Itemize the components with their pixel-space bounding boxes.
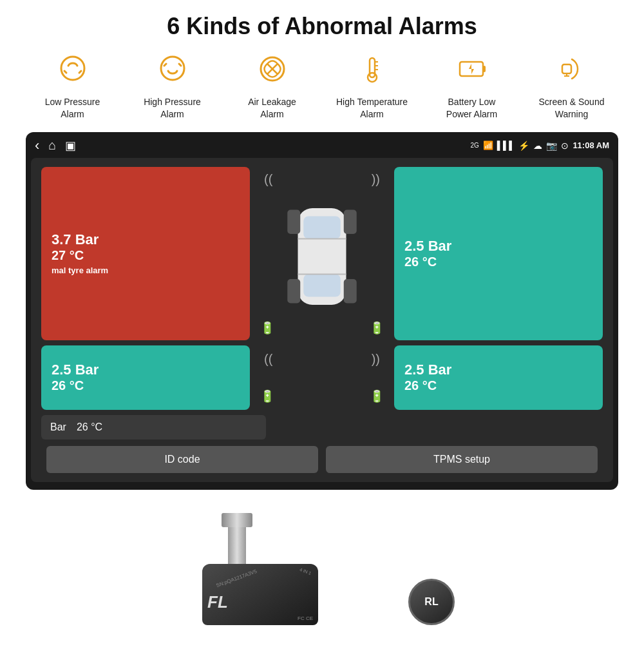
button-row: ID code TPMS setup — [46, 446, 598, 473]
device-screen: ‹ ⌂ ▣ 2G 📶 ▌▌▌ ⚡ ☁ 📷 ⊙ 11:08 AM 3.7 — [26, 132, 618, 490]
sensor-logos: FC CE — [298, 615, 313, 621]
alarm-item-high-pressure: High PressureAlarm — [122, 52, 222, 121]
low-pressure-label: Low PressureAlarm — [45, 96, 100, 121]
battery-fr-icon: 🔋 — [370, 321, 384, 335]
cloud-icon: ☁ — [533, 140, 542, 151]
svg-rect-12 — [303, 216, 341, 238]
cap-sensor: RL — [408, 579, 455, 625]
signal-rl-icon: (( — [264, 352, 272, 367]
fr-temp: 26 °C — [404, 255, 592, 269]
car-top-view — [277, 192, 367, 321]
alarm-item-battery-low: Battery LowPower Alarm — [422, 52, 522, 121]
svg-rect-1 — [370, 58, 375, 77]
battery-rr-icon: 🔋 — [370, 389, 384, 403]
svg-rect-7 — [483, 66, 486, 72]
fr-pressure: 2.5 Bar — [404, 238, 592, 255]
camera-icon: 📷 — [546, 140, 557, 151]
main-sensor: FL SN:pQA1217A3V5 4 IN 1 FC CE — [189, 509, 370, 625]
high-pressure-label: High PressureAlarm — [144, 96, 201, 121]
spare-temp: 26 °C — [77, 421, 102, 433]
tire-box-fr: 2.5 Bar 26 °C — [394, 167, 603, 340]
battery-low-label: Battery LowPower Alarm — [446, 96, 497, 121]
svg-rect-17 — [344, 279, 357, 304]
status-bar: ‹ ⌂ ▣ 2G 📶 ▌▌▌ ⚡ ☁ 📷 ⊙ 11:08 AM — [26, 132, 618, 158]
time-display: 11:08 AM — [573, 140, 609, 150]
rr-pressure: 2.5 Bar — [404, 362, 592, 378]
signal-bars-icon: ▌▌▌ — [497, 140, 515, 150]
rl-pressure: 2.5 Bar — [52, 362, 240, 378]
battery-low-icon — [455, 52, 489, 91]
network-label: 2G — [470, 142, 478, 149]
status-bar-left: ‹ ⌂ ▣ — [35, 137, 76, 154]
wifi-icon: 📶 — [483, 140, 493, 150]
alarm-item-air-leakage: Air LeakageAlarm — [222, 52, 322, 121]
sensor-text: 4 IN 1 — [299, 567, 312, 576]
battery-fl-icon: 🔋 — [260, 321, 274, 335]
home-button[interactable]: ⌂ — [48, 138, 56, 153]
battery-rl-icon: 🔋 — [260, 389, 274, 403]
tire-box-fl: 3.7 Bar 27 °C mal tyre alarm — [41, 167, 250, 340]
screen-sound-icon — [554, 52, 589, 91]
low-pressure-icon — [55, 52, 90, 91]
bluetooth-icon: ⚡ — [518, 140, 529, 151]
status-bar-right: 2G 📶 ▌▌▌ ⚡ ☁ 📷 ⊙ 11:08 AM — [470, 140, 609, 151]
alarm-icons-row: Low PressureAlarm High PressureAlarm Air… — [0, 52, 644, 132]
sensor-serial: SN:pQA1217A3V5 — [215, 568, 258, 588]
screen-sound-label: Screen & SoundWarning — [539, 96, 605, 121]
id-code-button[interactable]: ID code — [46, 446, 318, 473]
svg-rect-8 — [562, 64, 571, 73]
rl-temp: 26 °C — [52, 378, 240, 393]
air-leakage-icon — [255, 52, 290, 91]
fl-pressure: 3.7 Bar — [52, 231, 240, 248]
svg-rect-13 — [303, 274, 341, 296]
fl-alarm-text: mal tyre alarm — [52, 266, 240, 275]
high-temp-icon — [355, 52, 390, 91]
sensor-section: FL SN:pQA1217A3V5 4 IN 1 FC CE RL — [0, 496, 644, 632]
high-pressure-icon — [155, 52, 190, 91]
alarm-item-high-temp: High TemperatureAlarm — [322, 52, 422, 121]
alarm-item-screen-sound: Screen & SoundWarning — [522, 52, 621, 121]
air-leakage-label: Air LeakageAlarm — [248, 96, 296, 121]
recent-apps-button[interactable]: ▣ — [65, 139, 76, 153]
device-screen-wrapper: ‹ ⌂ ▣ 2G 📶 ▌▌▌ ⚡ ☁ 📷 ⊙ 11:08 AM 3.7 — [0, 132, 644, 496]
fl-temp: 27 °C — [52, 248, 240, 263]
signal-rr-icon: )) — [372, 352, 380, 367]
page-title: 6 Kinds of Abnormal Alarms — [0, 0, 644, 52]
tpms-app-area: 3.7 Bar 27 °C mal tyre alarm (( )) — [31, 158, 613, 482]
signal-fl-icon: (( — [264, 172, 272, 187]
svg-rect-15 — [344, 209, 357, 234]
high-temp-label: High TemperatureAlarm — [336, 96, 408, 121]
back-button[interactable]: ‹ — [35, 137, 39, 154]
sensor-fl-label: FL — [207, 592, 228, 612]
tire-box-rr: 2.5 Bar 26 °C — [394, 345, 603, 410]
tpms-setup-button[interactable]: TPMS setup — [326, 446, 598, 473]
tire-box-rl: 2.5 Bar 26 °C — [41, 345, 250, 410]
alarm-item-low-pressure: Low PressureAlarm — [23, 52, 122, 121]
spare-pressure: Bar — [50, 421, 66, 433]
clock-icon: ⊙ — [561, 140, 569, 151]
svg-rect-16 — [287, 279, 300, 304]
signal-fr-icon: )) — [372, 172, 380, 187]
cap-rl-label: RL — [424, 596, 438, 608]
rr-temp: 26 °C — [404, 378, 592, 393]
svg-rect-14 — [287, 209, 300, 234]
